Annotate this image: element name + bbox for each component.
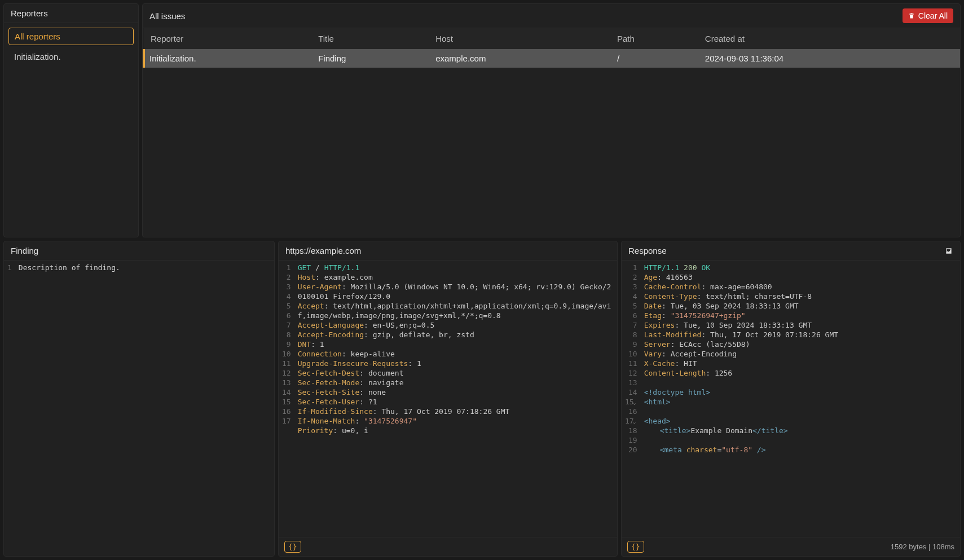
reporter-item[interactable]: All reporters — [8, 28, 134, 45]
trash-icon — [908, 12, 915, 20]
request-footer: {} — [279, 537, 617, 556]
column-header[interactable]: Path — [610, 28, 698, 49]
image-preview-icon[interactable] — [944, 247, 953, 255]
column-header[interactable]: Reporter — [144, 28, 311, 49]
issues-tbody: Initialization.Findingexample.com/2024-0… — [144, 49, 960, 68]
clear-all-label: Clear All — [918, 11, 948, 20]
finding-panel: Finding 1 Description of finding. — [3, 241, 275, 557]
table-row[interactable]: Initialization.Findingexample.com/2024-0… — [144, 49, 960, 68]
response-footer: {} 1592 bytes | 108ms — [622, 537, 960, 556]
reporters-title: Reporters — [11, 8, 48, 18]
request-code: GET / HTTP/1.1Host: example.comUser-Agen… — [296, 261, 617, 447]
response-panel: Response 123456789101112131415⌄1617⌄1819… — [621, 241, 961, 557]
issues-table-wrap[interactable]: ReporterTitleHostPathCreated at Initiali… — [143, 28, 960, 237]
clear-all-button[interactable]: Clear All — [903, 8, 953, 23]
request-format-button[interactable]: {} — [284, 541, 301, 553]
issues-title: All issues — [149, 11, 185, 21]
reporter-item[interactable]: Initialization. — [8, 48, 134, 65]
reporters-panel: Reporters All reportersInitialization. — [3, 3, 139, 237]
request-header: https://example.com — [279, 241, 617, 261]
finding-editor[interactable]: 1 Description of finding. — [4, 261, 274, 556]
column-header[interactable]: Title — [311, 28, 429, 49]
reporters-list: All reportersInitialization. — [4, 23, 138, 69]
finding-gutter: 1 — [4, 261, 16, 275]
response-title: Response — [628, 246, 667, 255]
request-editor[interactable]: 1234567891011121314151617 GET / HTTP/1.1… — [279, 261, 617, 537]
issues-table: ReporterTitleHostPathCreated at Initiali… — [143, 28, 960, 68]
request-title: https://example.com — [285, 246, 361, 255]
finding-header: Finding — [4, 241, 274, 261]
finding-code: Description of finding. — [16, 261, 274, 275]
issues-header-row: ReporterTitleHostPathCreated at — [144, 28, 960, 49]
table-cell: / — [610, 49, 698, 68]
issues-panel: All issues Clear All ReporterTitleHostPa… — [142, 3, 961, 237]
table-cell: Initialization. — [144, 49, 311, 68]
response-gutter: 123456789101112131415⌄1617⌄181920 — [622, 261, 642, 457]
finding-title: Finding — [11, 246, 38, 255]
request-panel: https://example.com 12345678910111213141… — [278, 241, 618, 557]
issues-header: All issues Clear All — [143, 4, 960, 28]
table-cell: example.com — [429, 49, 610, 68]
table-cell: Finding — [311, 49, 429, 68]
column-header[interactable]: Host — [429, 28, 610, 49]
response-status-text: 1592 bytes | 108ms — [891, 543, 954, 551]
response-header: Response — [622, 241, 960, 261]
response-format-button[interactable]: {} — [627, 541, 644, 553]
table-cell: 2024-09-03 11:36:04 — [698, 49, 960, 68]
request-gutter: 1234567891011121314151617 — [279, 261, 296, 447]
column-header[interactable]: Created at — [698, 28, 960, 49]
response-editor[interactable]: 123456789101112131415⌄1617⌄181920 HTTP/1… — [622, 261, 960, 537]
reporters-header: Reporters — [4, 4, 138, 23]
response-code: HTTP/1.1 200 OKAge: 416563Cache-Control:… — [642, 261, 960, 457]
